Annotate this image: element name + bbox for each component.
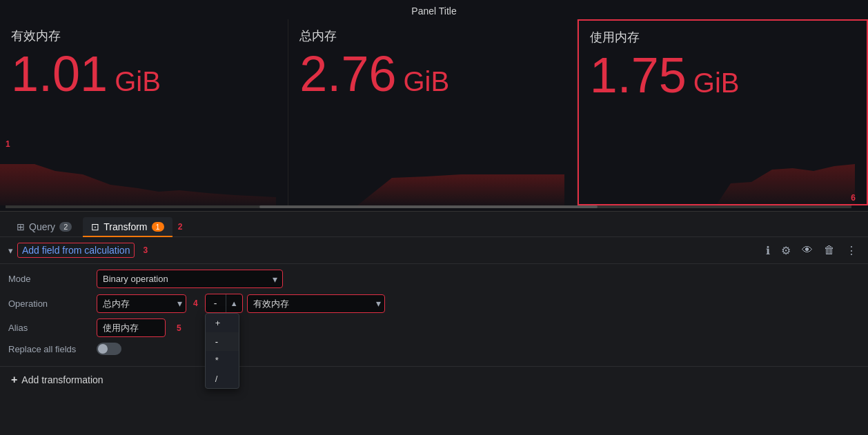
stat-value-1: 1.01 GiB (11, 47, 277, 101)
mini-chart-2 (288, 150, 564, 205)
tab-query-badge: 2 (59, 222, 72, 232)
stat-value-2: 2.76 GiB (299, 47, 565, 101)
form-area: Mode Binary operation Reduce row Index O… (0, 264, 868, 366)
tab-query[interactable]: ⊞ Query 2 (8, 217, 80, 236)
toggle-knob (98, 344, 108, 354)
operator-chevron-icon: ▲ (226, 296, 242, 311)
annotation-6: 6 (851, 193, 856, 203)
transform-actions: ℹ ⚙ 👁 🗑 ⋮ (763, 243, 860, 259)
stat-panel-3: 使用内存 1.75 GiB 6 (578, 19, 868, 205)
mode-select[interactable]: Binary operation Reduce row Index (97, 270, 283, 288)
transform-content: ▾ Add field from calculation 3 ℹ ⚙ 👁 🗑 ⋮… (0, 237, 868, 435)
more-icon[interactable]: ⋮ (843, 243, 860, 259)
operator-option-minus[interactable]: - (206, 332, 239, 351)
alias-row: Alias 5 (8, 318, 860, 337)
query-icon: ⊞ (17, 221, 25, 232)
op-left-wrapper: 总内存 有效内存 使用内存 (97, 294, 186, 313)
stat-label-2: 总内存 (299, 28, 565, 44)
scrollbar[interactable] (6, 205, 851, 208)
stat-unit-1: GiB (115, 66, 161, 97)
tab-transform-badge: 1 (152, 222, 164, 232)
add-transformation-button[interactable]: + Add transformation (0, 366, 868, 393)
mode-select-wrapper: Binary operation Reduce row Index (97, 270, 283, 288)
transform-header-title[interactable]: Add field from calculation (17, 243, 135, 258)
scrollbar-thumb[interactable] (259, 205, 598, 208)
info-icon[interactable]: ℹ (763, 243, 773, 259)
stat-value-3: 1.75 GiB (590, 48, 856, 103)
operator-option-multiply[interactable]: * (206, 351, 239, 370)
plus-icon: + (11, 374, 17, 386)
stat-panel-2: 总内存 2.76 GiB (288, 19, 577, 205)
transform-icon: ⊡ (91, 221, 99, 232)
operator-button[interactable]: - ▲ (205, 294, 243, 313)
panel-title: Panel Title (0, 0, 868, 19)
tabs-row: ⊞ Query 2 ⊡ Transform 1 2 (0, 212, 868, 237)
eye-icon[interactable]: 👁 (799, 243, 816, 258)
mini-chart-3 (579, 149, 855, 204)
operator-option-divide[interactable]: / (206, 370, 239, 388)
replace-all-toggle[interactable] (97, 343, 121, 355)
scrollbar-area (0, 205, 868, 211)
settings-icon[interactable]: ⚙ (778, 243, 793, 259)
annotation-1: 1 (6, 139, 10, 149)
stat-unit-3: GiB (693, 68, 740, 98)
annotation-3: 3 (143, 245, 148, 255)
collapse-icon[interactable]: ▾ (8, 245, 13, 256)
alias-label: Alias (8, 323, 91, 333)
trash-icon[interactable]: 🗑 (821, 243, 838, 258)
op-left-select[interactable]: 总内存 有效内存 使用内存 (97, 294, 186, 313)
panel-title-text: Panel Title (411, 6, 456, 17)
tab-transform-label: Transform (103, 221, 147, 232)
op-row: 总内存 有效内存 使用内存 4 - ▲ (97, 294, 385, 313)
stat-label-1: 有效内存 (11, 28, 277, 44)
mini-chart-1 (0, 150, 276, 205)
bottom-panel: ⊞ Query 2 ⊡ Transform 1 2 ▾ Add field fr… (0, 211, 868, 435)
operation-label: Operation (8, 299, 91, 309)
stat-panel-1: 有效内存 1.01 GiB 1 (0, 19, 288, 205)
annotation-2: 2 (178, 222, 183, 232)
operator-option-plus[interactable]: + (206, 314, 239, 332)
annotation-5: 5 (177, 323, 181, 333)
add-transformation-label: Add transformation (21, 374, 103, 385)
op-right-select[interactable]: 有效内存 总内存 使用内存 (247, 294, 385, 313)
replace-all-row: Replace all fields (8, 343, 860, 355)
annotation-4: 4 (193, 299, 198, 308)
tab-transform[interactable]: ⊡ Transform 1 (83, 217, 172, 236)
replace-all-label: Replace all fields (8, 344, 91, 354)
operator-value: - (206, 294, 226, 312)
mode-label: Mode (8, 274, 91, 284)
stat-label-3: 使用内存 (590, 29, 856, 45)
operator-container: - ▲ + - * / (205, 294, 243, 313)
transform-header: ▾ Add field from calculation 3 ℹ ⚙ 👁 🗑 ⋮ (0, 237, 868, 264)
operator-dropdown: + - * / (205, 313, 239, 389)
tab-query-label: Query (29, 221, 55, 232)
operation-row: Operation 总内存 有效内存 使用内存 4 (8, 294, 860, 313)
stats-area: 有效内存 1.01 GiB 1 总内存 2.76 GiB (0, 19, 868, 205)
alias-input[interactable] (97, 318, 166, 337)
op-right-wrapper: 有效内存 总内存 使用内存 (247, 294, 385, 313)
mode-row: Mode Binary operation Reduce row Index (8, 270, 860, 288)
stat-unit-2: GiB (403, 66, 449, 97)
